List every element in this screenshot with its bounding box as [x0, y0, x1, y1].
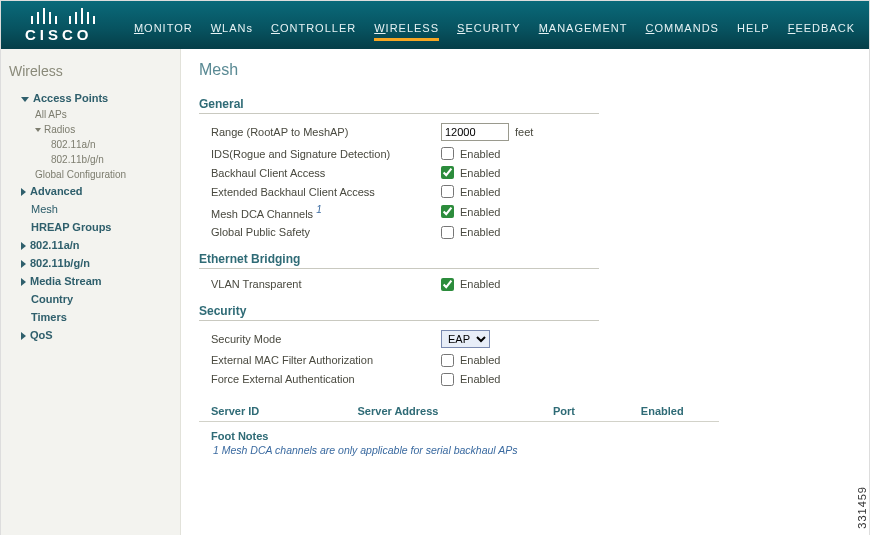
sidebar-item-80211an[interactable]: 802.11a/n: [5, 236, 174, 254]
app-header: CISCO MONITOR WLANs CONTROLLER WIRELESS …: [1, 1, 869, 49]
row-ext-mac: External MAC Filter Authorization Enable…: [199, 351, 629, 370]
content-panel: Mesh General Range (RootAP to MeshAP) fe…: [181, 49, 869, 535]
vlan-checkbox[interactable]: [441, 278, 454, 291]
section-security: Security: [199, 304, 599, 321]
ids-checkbox[interactable]: [441, 147, 454, 160]
force-auth-checkbox[interactable]: [441, 373, 454, 386]
sidebar-item-radio-80211an[interactable]: 802.11a/n: [5, 137, 174, 152]
sidebar-item-80211bgn[interactable]: 802.11b/g/n: [5, 254, 174, 272]
footnotes-heading: Foot Notes: [199, 422, 855, 444]
nav-management[interactable]: MANAGEMENT: [539, 22, 628, 41]
dca-enabled-text: Enabled: [460, 206, 500, 218]
nav-controller[interactable]: CONTROLLER: [271, 22, 356, 41]
force-auth-enabled-text: Enabled: [460, 373, 500, 385]
row-backhaul: Backhaul Client Access Enabled: [199, 163, 629, 182]
ext-backhaul-label: Extended Backhaul Client Access: [211, 186, 441, 198]
sidebar-item-country[interactable]: Country: [5, 290, 174, 308]
chevron-right-icon: [21, 242, 26, 250]
row-range: Range (RootAP to MeshAP) feet: [199, 120, 629, 144]
gps-checkbox[interactable]: [441, 226, 454, 239]
chevron-right-icon: [21, 260, 26, 268]
section-general: General: [199, 97, 599, 114]
col-port: Port: [553, 405, 641, 417]
chevron-down-icon: [21, 97, 29, 102]
col-server-id: Server ID: [211, 405, 358, 417]
ext-mac-enabled-text: Enabled: [460, 354, 500, 366]
sidebar-item-radio-80211bgn[interactable]: 802.11b/g/n: [5, 152, 174, 167]
footnote-ref-1: 1: [316, 204, 322, 215]
sidebar-item-hreap[interactable]: HREAP Groups: [5, 218, 174, 236]
chevron-right-icon: [21, 278, 26, 286]
brand-logo-bars: [31, 8, 120, 24]
row-ext-backhaul: Extended Backhaul Client Access Enabled: [199, 182, 629, 201]
ext-mac-label: External MAC Filter Authorization: [211, 354, 441, 366]
force-auth-label: Force External Authentication: [211, 373, 441, 385]
top-nav: MONITOR WLANs CONTROLLER WIRELESS SECURI…: [120, 22, 869, 49]
vlan-label: VLAN Transparent: [211, 278, 441, 290]
row-vlan-transparent: VLAN Transparent Enabled: [199, 275, 629, 294]
backhaul-checkbox[interactable]: [441, 166, 454, 179]
sidebar: Wireless Access Points All APs Radios 80…: [1, 49, 181, 535]
nav-commands[interactable]: COMMANDS: [646, 22, 719, 41]
brand-text: CISCO: [25, 26, 120, 43]
security-mode-label: Security Mode: [211, 333, 441, 345]
chevron-down-icon: [35, 128, 41, 132]
row-dca: Mesh DCA Channels 1 Enabled: [199, 201, 629, 223]
sidebar-item-qos[interactable]: QoS: [5, 326, 174, 344]
ext-backhaul-checkbox[interactable]: [441, 185, 454, 198]
footnote-1: 1 Mesh DCA channels are only applicable …: [199, 444, 855, 462]
sidebar-item-access-points[interactable]: Access Points: [5, 89, 174, 107]
range-label: Range (RootAP to MeshAP): [211, 126, 441, 138]
sidebar-item-timers[interactable]: Timers: [5, 308, 174, 326]
ids-enabled-text: Enabled: [460, 148, 500, 160]
dca-label: Mesh DCA Channels 1: [211, 204, 441, 220]
backhaul-enabled-text: Enabled: [460, 167, 500, 179]
ids-label: IDS(Rogue and Signature Detection): [211, 148, 441, 160]
sidebar-item-media-stream[interactable]: Media Stream: [5, 272, 174, 290]
row-gps: Global Public Safety Enabled: [199, 223, 629, 242]
vlan-enabled-text: Enabled: [460, 278, 500, 290]
range-input[interactable]: [441, 123, 509, 141]
chevron-right-icon: [21, 332, 26, 340]
security-mode-select[interactable]: EAP: [441, 330, 490, 348]
nav-help[interactable]: HELP: [737, 22, 770, 41]
row-ids: IDS(Rogue and Signature Detection) Enabl…: [199, 144, 629, 163]
nav-monitor[interactable]: MONITOR: [134, 22, 193, 41]
server-table-header: Server ID Server Address Port Enabled: [199, 399, 719, 422]
row-force-auth: Force External Authentication Enabled: [199, 370, 629, 389]
page-title: Mesh: [199, 61, 855, 79]
sidebar-item-mesh[interactable]: Mesh: [5, 200, 174, 218]
ext-mac-checkbox[interactable]: [441, 354, 454, 367]
range-unit: feet: [515, 126, 533, 138]
nav-feedback[interactable]: FEEDBACK: [788, 22, 855, 41]
sidebar-item-all-aps[interactable]: All APs: [5, 107, 174, 122]
brand-logo: CISCO: [1, 1, 120, 49]
gps-enabled-text: Enabled: [460, 226, 500, 238]
nav-wireless[interactable]: WIRELESS: [374, 22, 439, 41]
row-security-mode: Security Mode EAP: [199, 327, 629, 351]
gps-label: Global Public Safety: [211, 226, 441, 238]
sidebar-item-advanced[interactable]: Advanced: [5, 182, 174, 200]
nav-security[interactable]: SECURITY: [457, 22, 521, 41]
dca-checkbox[interactable]: [441, 205, 454, 218]
chevron-right-icon: [21, 188, 26, 196]
col-server-address: Server Address: [358, 405, 553, 417]
ext-backhaul-enabled-text: Enabled: [460, 186, 500, 198]
backhaul-label: Backhaul Client Access: [211, 167, 441, 179]
section-ethernet-bridging: Ethernet Bridging: [199, 252, 599, 269]
sidebar-item-global-config[interactable]: Global Configuration: [5, 167, 174, 182]
col-enabled: Enabled: [641, 405, 719, 417]
nav-wlans[interactable]: WLANs: [211, 22, 253, 41]
sidebar-item-radios[interactable]: Radios: [5, 122, 174, 137]
sidebar-title: Wireless: [5, 61, 174, 89]
figure-number: 331459: [856, 486, 868, 529]
